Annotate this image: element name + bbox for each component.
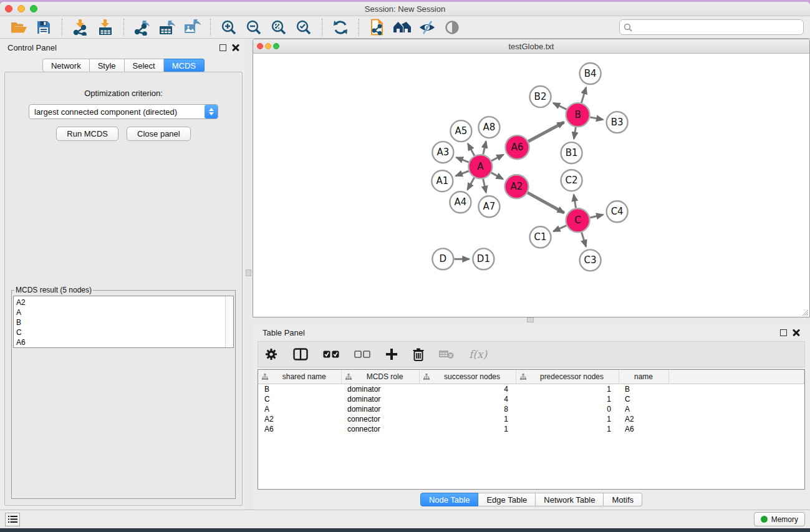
mcds-result-item[interactable]: C (16, 327, 233, 337)
graph-node-D1[interactable]: D1 (473, 248, 494, 269)
graph-edge-B-B1[interactable] (574, 127, 576, 139)
table-row[interactable]: Adominator80A (258, 404, 804, 414)
column-header-MCDS-role[interactable]: MCDS role (341, 370, 419, 384)
table-row[interactable]: A2connector11A2 (258, 414, 804, 424)
table-cell[interactable]: dominator (341, 394, 419, 404)
mcds-result-list[interactable]: A2ABCA6 (13, 296, 234, 348)
table-cell[interactable]: 4 (419, 394, 516, 404)
table-cell[interactable]: B (619, 384, 668, 394)
task-history-button[interactable] (5, 513, 20, 526)
graph-edge-A6-B[interactable] (528, 122, 564, 142)
table-cell[interactable]: 1 (419, 414, 516, 424)
table-cell[interactable]: 1 (516, 394, 619, 404)
table-cell[interactable]: B (258, 384, 341, 394)
table-cell[interactable]: 1 (516, 424, 619, 434)
graph-node-A[interactable]: A (468, 155, 492, 178)
graph-node-C2[interactable]: C2 (561, 170, 582, 191)
split-pane-divider-vertical[interactable] (244, 39, 253, 510)
export-network-icon[interactable] (133, 19, 152, 36)
graph-edge-A-A4[interactable] (468, 178, 475, 190)
graph-node-D[interactable]: D (432, 248, 453, 269)
table-cell[interactable]: 1 (516, 384, 619, 394)
graph-edge-C-C2[interactable] (574, 195, 576, 208)
table-panel-float-icon[interactable] (780, 329, 787, 336)
refresh-icon[interactable] (331, 19, 350, 36)
graph-edge-A-A7[interactable] (483, 179, 486, 193)
graph-node-A6[interactable]: A6 (505, 135, 529, 159)
graph-edge-A2-C[interactable] (528, 193, 564, 213)
table-cell[interactable]: A6 (619, 424, 668, 434)
network-canvas[interactable]: AA1A2A3A4A5A6A7A8BB1B2B3B4CC1C2C3C4DD1 (253, 54, 809, 317)
graph-edge-A-A5[interactable] (468, 143, 474, 155)
graph-node-A4[interactable]: A4 (450, 191, 471, 213)
graph-node-A7[interactable]: A7 (478, 196, 499, 217)
control-panel-close-icon[interactable] (232, 44, 239, 51)
table-cell[interactable]: connector (341, 424, 419, 434)
divider-handle[interactable] (246, 269, 251, 276)
deselect-all-icon[interactable] (354, 351, 370, 358)
network-window-titlebar[interactable]: testGlobe.txt (253, 39, 809, 54)
add-column-icon[interactable] (385, 348, 398, 360)
mcds-result-item[interactable]: B (16, 317, 233, 327)
column-view-icon[interactable] (293, 348, 308, 360)
graph-edge-A-A1[interactable] (456, 171, 469, 176)
graph-node-C[interactable]: C (566, 208, 590, 232)
table-cell[interactable]: dominator (341, 384, 419, 394)
list-scrollbar[interactable] (225, 296, 233, 347)
settings-gear-icon[interactable] (264, 347, 278, 361)
graph-edge-B-B4[interactable] (581, 87, 586, 103)
table-panel-close-icon[interactable] (793, 329, 800, 336)
graph-node-C3[interactable]: C3 (580, 249, 601, 271)
zoom-out-icon[interactable] (244, 19, 263, 36)
tab-select[interactable]: Select (125, 59, 164, 72)
close-panel-button[interactable]: Close panel (127, 127, 191, 141)
zoom-fit-icon[interactable] (269, 19, 288, 36)
home-icon[interactable] (393, 19, 412, 36)
table-cell[interactable]: A (258, 404, 341, 414)
save-session-icon[interactable] (34, 19, 53, 36)
graph-node-A5[interactable]: A5 (450, 120, 471, 142)
select-all-icon[interactable] (323, 351, 339, 358)
graph-edge-C-C1[interactable] (554, 226, 567, 231)
table-cell[interactable]: connector (341, 414, 419, 424)
export-table-icon[interactable] (158, 19, 176, 36)
graph-edge-C-C3[interactable] (582, 232, 586, 246)
table-cell[interactable]: C (258, 394, 341, 404)
tab-edge-table[interactable]: Edge Table (478, 493, 536, 506)
open-session-icon[interactable] (9, 19, 28, 36)
graph-node-A3[interactable]: A3 (432, 142, 453, 163)
tab-motifs[interactable]: Motifs (604, 493, 642, 506)
table-cell[interactable]: 0 (516, 404, 619, 414)
window-resize-grip[interactable] (800, 307, 808, 316)
show-all-eye-icon[interactable] (443, 19, 461, 36)
graph-node-B2[interactable]: B2 (529, 86, 551, 107)
graph-node-B3[interactable]: B3 (607, 112, 628, 133)
zoom-selected-icon[interactable] (294, 19, 313, 36)
table-row[interactable]: Bdominator41B (258, 384, 804, 394)
table-cell[interactable]: 4 (419, 384, 516, 394)
table-row[interactable]: A6connector11A6 (258, 424, 804, 434)
tab-style[interactable]: Style (90, 59, 125, 72)
tab-mcds[interactable]: MCDS (164, 59, 205, 72)
table-cell[interactable]: A (619, 404, 668, 414)
hide-selected-eye-icon[interactable] (418, 19, 436, 36)
graph-edge-A-A6[interactable] (491, 155, 503, 161)
graph-edge-B-B2[interactable] (553, 103, 566, 109)
import-table-icon[interactable] (96, 19, 115, 36)
mcds-result-item[interactable]: A (16, 307, 233, 317)
column-header-successor-nodes[interactable]: successor nodes (419, 370, 516, 384)
table-cell[interactable]: A6 (258, 424, 341, 434)
graph-edge-C-C4[interactable] (590, 215, 603, 218)
table-cell[interactable]: 1 (419, 424, 516, 434)
control-panel-float-icon[interactable] (219, 44, 226, 51)
divider-handle[interactable] (527, 317, 534, 322)
mcds-result-item[interactable]: A2 (16, 297, 233, 307)
graph-node-B4[interactable]: B4 (580, 63, 601, 84)
table-cell[interactable]: C (619, 394, 668, 404)
graph-node-B1[interactable]: B1 (561, 142, 582, 163)
import-network-icon[interactable] (71, 19, 90, 36)
table-row[interactable]: Cdominator41C (258, 394, 804, 404)
graph-node-C4[interactable]: C4 (607, 201, 628, 222)
mcds-result-item[interactable]: A6 (16, 337, 233, 347)
tab-network-table[interactable]: Network Table (536, 493, 604, 506)
